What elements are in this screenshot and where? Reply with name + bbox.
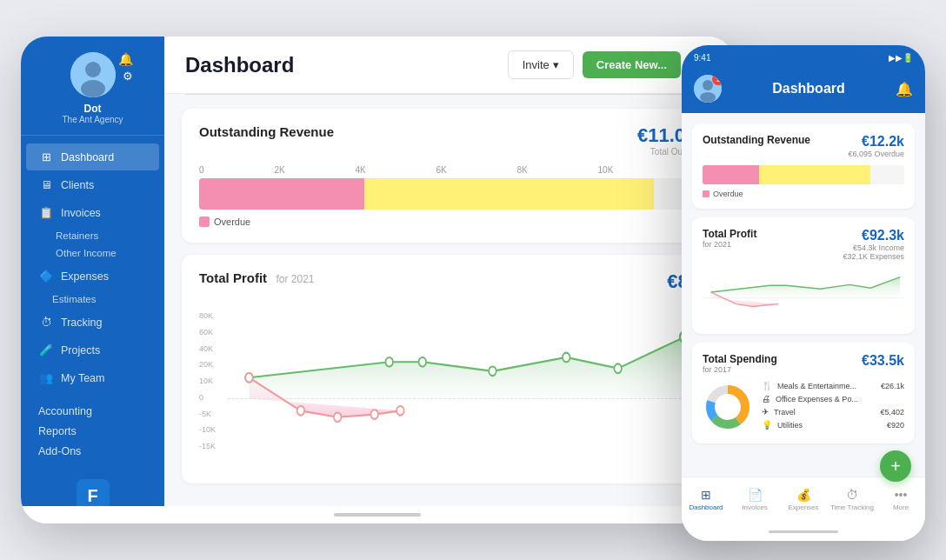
svg-point-2 bbox=[81, 80, 105, 97]
sidebar-item-projects[interactable]: 🧪 Projects bbox=[26, 337, 159, 363]
main-header: Dashboard Invite ▾ Create New... ▾ bbox=[164, 37, 734, 94]
sidebar-item-other-income[interactable]: Other Income bbox=[21, 244, 164, 262]
mobile-nav-invoices[interactable]: 📄 Invoices bbox=[730, 488, 779, 511]
create-button[interactable]: Create New... bbox=[583, 51, 681, 78]
utilities-value: €920 bbox=[887, 421, 904, 430]
sidebar-item-dashboard[interactable]: ⊞ Dashboard bbox=[26, 143, 159, 170]
svg-point-6 bbox=[419, 357, 426, 367]
mobile-nav-more[interactable]: ••• More bbox=[876, 488, 925, 511]
svg-point-5 bbox=[385, 357, 392, 367]
mobile-bell-icon: 🔔 bbox=[896, 81, 913, 97]
sidebar-item-retainers[interactable]: Retainers bbox=[21, 227, 164, 244]
svg-point-11 bbox=[245, 373, 252, 383]
invite-label: Invite bbox=[523, 58, 550, 71]
outstanding-revenue-card: Outstanding Revenue €11.0K Total Outst..… bbox=[182, 109, 716, 243]
meals-label: Meals & Entertainme... bbox=[777, 382, 856, 390]
svg-point-13 bbox=[334, 412, 341, 422]
sidebar-item-clients[interactable]: 🖥 Clients bbox=[26, 171, 159, 198]
dashboard-body: Outstanding Revenue €11.0K Total Outst..… bbox=[164, 95, 734, 506]
scene: 🔔 ⚙ Dot The Ant Agency ⊞ Dashboard 🖥 Cli… bbox=[21, 19, 925, 541]
revenue-bar bbox=[199, 178, 699, 210]
overdue-label: Overdue bbox=[214, 217, 250, 227]
mobile-nav-time-icon: ⏱ bbox=[846, 488, 858, 502]
profit-y-axis: 80K60K40K20K10K0-5K-10K-15K bbox=[199, 311, 227, 450]
page-title: Dashboard bbox=[185, 53, 294, 77]
mobile-nav: ⊞ Dashboard 📄 Invoices 💰 Expenses ⏱ Time… bbox=[682, 477, 925, 522]
mobile-outstanding-amount: €12.2k bbox=[848, 134, 904, 150]
logo-letter: F bbox=[87, 486, 97, 506]
sidebar-item-addons[interactable]: Add-Ons bbox=[26, 442, 159, 461]
sidebar-item-invoices[interactable]: 📋 Invoices bbox=[26, 199, 159, 226]
tablet-device: 🔔 ⚙ Dot The Ant Agency ⊞ Dashboard 🖥 Cli… bbox=[21, 37, 734, 523]
sidebar-item-expenses[interactable]: 🔷 Expenses bbox=[26, 263, 159, 290]
svg-point-7 bbox=[489, 367, 496, 377]
mobile-nav-time-tracking[interactable]: ⏱ Time Tracking bbox=[828, 488, 876, 511]
spending-donut-chart bbox=[703, 382, 753, 432]
mobile-pending-bar bbox=[759, 165, 870, 184]
sidebar-item-my-team[interactable]: 👥 My Team bbox=[26, 364, 159, 391]
fab-button[interactable]: + bbox=[880, 450, 911, 482]
svg-point-1 bbox=[85, 62, 101, 77]
mobile-profit-header: Total Profit for 2021 €92.3k €54.3k Inco… bbox=[703, 228, 904, 261]
user-company: The Ant Agency bbox=[62, 115, 123, 124]
bell-icon: 🔔 bbox=[118, 52, 133, 66]
svg-point-9 bbox=[614, 363, 621, 373]
mobile-spending-amount: €33.5k bbox=[862, 353, 904, 369]
create-label: Create New... bbox=[596, 58, 667, 71]
total-profit-header: Total Profit for 2021 €89 tot... bbox=[199, 270, 699, 303]
invoices-icon: 📋 bbox=[38, 206, 54, 219]
pending-bar bbox=[364, 178, 655, 210]
svg-point-17 bbox=[703, 80, 713, 90]
nav-label-dashboard: Dashboard bbox=[61, 151, 114, 163]
avatar bbox=[70, 52, 116, 97]
invite-button[interactable]: Invite ▾ bbox=[508, 50, 574, 79]
svg-point-12 bbox=[297, 406, 304, 416]
office-label: Office Expenses & Po... bbox=[776, 395, 858, 403]
svg-point-18 bbox=[700, 92, 716, 103]
overdue-legend: Overdue bbox=[199, 217, 250, 227]
badge-count: 2 bbox=[716, 76, 720, 83]
mobile-page-title: Dashboard bbox=[729, 81, 889, 97]
mobile-nav-dashboard-icon: ⊞ bbox=[701, 488, 711, 502]
sidebar-item-reports[interactable]: Reports bbox=[26, 422, 159, 441]
mobile-nav-time-label: Time Tracking bbox=[830, 503, 874, 511]
mobile-revenue-bar bbox=[703, 165, 904, 184]
sidebar-item-estimates[interactable]: Estimates bbox=[21, 290, 164, 308]
outstanding-revenue-header: Outstanding Revenue €11.0K Total Outst..… bbox=[199, 124, 699, 157]
tablet-home-bar bbox=[21, 506, 734, 523]
notification-badge: 2 bbox=[712, 75, 722, 85]
main-content: Dashboard Invite ▾ Create New... ▾ bbox=[164, 37, 734, 506]
clients-icon: 🖥 bbox=[38, 178, 54, 191]
mobile-profit-card: Total Profit for 2021 €92.3k €54.3k Inco… bbox=[692, 217, 915, 334]
profit-chart-svg bbox=[227, 311, 699, 468]
projects-icon: 🧪 bbox=[38, 343, 54, 357]
mobile-nav-expenses[interactable]: 💰 Expenses bbox=[779, 488, 828, 511]
invite-chevron-icon: ▾ bbox=[553, 58, 559, 71]
mobile-outstanding-card: Outstanding Revenue €12.2k €6,095 Overdu… bbox=[692, 123, 915, 209]
mobile-revenue-legend: Overdue bbox=[703, 190, 904, 198]
mobile-status-bar: 9:41 ▶▶🔋 bbox=[682, 45, 925, 70]
mobile-outstanding-title: Outstanding Revenue bbox=[703, 134, 810, 146]
mobile-overdue-bar bbox=[703, 165, 759, 184]
avatar-container: 🔔 ⚙ bbox=[70, 52, 116, 97]
sidebar-item-accounting[interactable]: Accounting bbox=[26, 402, 159, 421]
team-icon: 👥 bbox=[38, 371, 54, 384]
mobile-nav-more-icon: ••• bbox=[895, 488, 908, 502]
mobile-profit-amount: €92.3k bbox=[843, 228, 904, 243]
user-name: Dot bbox=[84, 103, 102, 115]
mobile-profit-title: Total Profit bbox=[703, 228, 756, 240]
nav-label-clients: Clients bbox=[61, 179, 94, 191]
meals-value: €26.1k bbox=[881, 382, 904, 390]
overdue-bar bbox=[199, 178, 364, 210]
mobile-nav-dashboard[interactable]: ⊞ Dashboard bbox=[682, 488, 730, 511]
dashboard-icon: ⊞ bbox=[38, 150, 54, 163]
nav-label-expenses: Expenses bbox=[61, 270, 109, 283]
sidebar-item-time-tracking[interactable]: ⏱ Tracking bbox=[26, 309, 159, 336]
sidebar-nav: ⊞ Dashboard 🖥 Clients 📋 Invoices Retaine… bbox=[21, 136, 164, 469]
spending-donut-container: 🍴 Meals & Entertainme... €26.1k 🖨 Office… bbox=[703, 381, 904, 433]
mobile-home-indicator bbox=[769, 530, 838, 533]
svg-point-8 bbox=[563, 353, 570, 363]
mobile-profit-income: €54.3k Income bbox=[843, 243, 904, 252]
mobile-device: 9:41 ▶▶🔋 2 Dashboard 🔔 bbox=[682, 45, 925, 541]
mobile-outstanding-sub: €6,095 Overdue bbox=[848, 150, 904, 158]
